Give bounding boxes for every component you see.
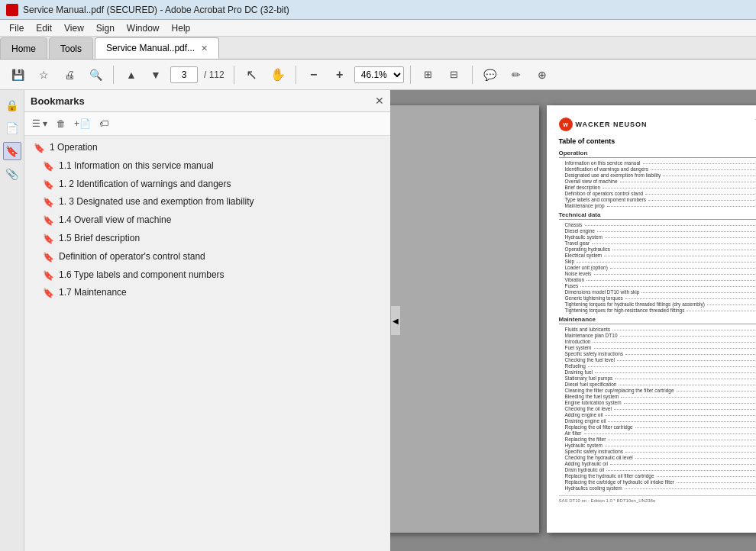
- bookmarks-list: 🔖 1 Operation 🔖 1.1 Information on this …: [24, 136, 390, 551]
- footer-text: SAS DT10 en - Edition 1.0 * BDT10en_UN23…: [559, 498, 656, 503]
- bookmark-delete-button[interactable]: 🗑: [52, 115, 70, 132]
- separator-2: [234, 66, 234, 84]
- title-bar-text: Service Manual..pdf (SECURED) - Adobe Ac…: [23, 5, 289, 15]
- toc-section-operation: Operation Information on this service ma…: [559, 150, 757, 208]
- fit-page-button[interactable]: ⊞: [417, 64, 440, 85]
- tab-home[interactable]: Home: [0, 37, 47, 59]
- doc-footer: SAS DT10 en - Edition 1.0 * BDT10en_UN23…: [559, 495, 757, 503]
- sidebar-icons: 🔒 📄 🔖 📎: [0, 90, 24, 551]
- bookmark-tag-button[interactable]: 🏷: [95, 115, 113, 132]
- zoom-in-button[interactable]: +: [328, 64, 351, 85]
- bookmark-new-button[interactable]: +📄: [73, 115, 92, 132]
- layers-icon-btn[interactable]: 📄: [3, 119, 21, 137]
- bookmarks-icon-btn[interactable]: 🔖: [3, 142, 21, 160]
- draw-button[interactable]: ✏: [505, 64, 528, 85]
- separator-3: [296, 66, 296, 84]
- menu-edit[interactable]: Edit: [30, 21, 58, 35]
- zoom-select[interactable]: 46.1% 25% 50% 75% 100%: [354, 66, 404, 83]
- bookmark-item-icon: 🔖: [43, 160, 54, 173]
- document-area: ◀ W WACKER NEUSON Table of contents Tabl…: [390, 90, 756, 551]
- sidebar-collapse-button[interactable]: ◀: [390, 305, 401, 336]
- logo-text: WACKER NEUSON: [576, 121, 648, 128]
- bookmark-1-2[interactable]: 🔖 1. 2 Identification of warnings and da…: [24, 176, 390, 194]
- bookmark-item-icon: 🔖: [43, 251, 54, 264]
- tab-close-icon[interactable]: ✕: [201, 44, 208, 53]
- comment-button[interactable]: 💬: [479, 64, 502, 85]
- wacker-logo: W WACKER NEUSON: [559, 118, 648, 131]
- toc-header: W WACKER NEUSON Table of contents: [559, 118, 757, 131]
- bookmark-item-icon: 🔖: [43, 287, 54, 300]
- bookmark-def[interactable]: 🔖 Definition of operator's control stand: [24, 248, 390, 266]
- bookmark-item-icon: 🔖: [34, 142, 45, 155]
- bookmark-add-button[interactable]: ☆: [32, 64, 55, 85]
- toc-section-maintenance: Maintenance Fluids and lubricants 3-2 Ma…: [559, 316, 757, 491]
- attachments-icon-btn[interactable]: 📎: [3, 165, 21, 183]
- menu-sign[interactable]: Sign: [90, 21, 121, 35]
- tab-tools[interactable]: Tools: [49, 37, 93, 59]
- main-content: 🔒 📄 🔖 📎 Bookmarks ✕ ☰ ▾ 🗑 +📄 🏷 🔖 1 Opera…: [0, 90, 756, 551]
- toc-main-title: Table of contents: [559, 137, 757, 145]
- bookmark-item-icon: 🔖: [43, 233, 54, 246]
- separator-4: [410, 66, 411, 84]
- menu-view[interactable]: View: [58, 21, 90, 35]
- bookmark-1-7[interactable]: 🔖 1.7 Maintenance: [24, 284, 390, 302]
- page-total: / 112: [204, 69, 225, 80]
- pdf-page-right: W WACKER NEUSON Table of contents Table …: [547, 105, 757, 533]
- toc-section-technical: Technical data Chassis 2-1 Diesel engine…: [559, 211, 757, 313]
- toc-section-header-operation: Operation: [559, 150, 757, 158]
- bookmark-item-label: 1.7 Maintenance: [59, 286, 127, 299]
- hand-tool-button[interactable]: ✋: [267, 64, 289, 85]
- bookmarks-panel: Bookmarks ✕ ☰ ▾ 🗑 +📄 🏷 🔖 1 Operation 🔖 1…: [24, 90, 390, 551]
- save-button[interactable]: 💾: [6, 64, 29, 85]
- bookmarks-header: Bookmarks ✕: [24, 90, 390, 112]
- find-button[interactable]: 🔍: [84, 64, 107, 85]
- bookmark-1-4[interactable]: 🔖 1.4 Overall view of machine: [24, 211, 390, 230]
- zoom-out-button[interactable]: −: [302, 64, 325, 85]
- bookmark-item-label: 1. 2 Identification of warnings and dang…: [59, 178, 231, 191]
- bookmark-1-6[interactable]: 🔖 1.6 Type labels and component numbers: [24, 266, 390, 285]
- two-page-button[interactable]: ⊟: [443, 64, 466, 85]
- bookmark-item-icon: 🔖: [43, 269, 54, 282]
- menu-window[interactable]: Window: [121, 21, 166, 35]
- select-tool-button[interactable]: ↖: [241, 64, 263, 85]
- menu-help[interactable]: Help: [166, 21, 197, 35]
- bookmark-1-3[interactable]: 🔖 1. 3 Designated use and exemption from…: [24, 193, 390, 211]
- menu-bar: File Edit View Sign Window Help: [0, 20, 756, 37]
- page-wrapper: W WACKER NEUSON Table of contents Table …: [390, 105, 756, 533]
- bookmark-1-5[interactable]: 🔖 1.5 Brief description: [24, 230, 390, 248]
- toc-item: Maintenance prop 1-8: [559, 202, 757, 208]
- title-bar: Service Manual..pdf (SECURED) - Adobe Ac…: [0, 0, 756, 20]
- bookmark-1-1[interactable]: 🔖 1.1 Information on this service manual: [24, 157, 390, 176]
- navigation-controls: ▲ ▼: [120, 64, 167, 85]
- tab-doc[interactable]: Service Manual..pdf... ✕: [95, 37, 219, 59]
- next-page-button[interactable]: ▼: [144, 64, 167, 85]
- prev-page-button[interactable]: ▲: [120, 64, 143, 85]
- tab-doc-label: Service Manual..pdf...: [106, 43, 195, 53]
- page-container[interactable]: W WACKER NEUSON Table of contents Table …: [390, 90, 756, 551]
- page-number-input[interactable]: 3: [170, 66, 198, 83]
- lock-icon-btn[interactable]: 🔒: [3, 96, 21, 114]
- bookmark-item-icon: 🔖: [43, 179, 54, 192]
- wacker-logo-circle: W: [559, 118, 573, 131]
- tab-bar: Home Tools Service Manual..pdf... ✕: [0, 37, 756, 60]
- tab-tools-label: Tools: [60, 44, 82, 54]
- bookmark-view-options-button[interactable]: ☰ ▾: [31, 115, 49, 132]
- bookmarks-toolbar: ☰ ▾ 🗑 +📄 🏷: [24, 112, 390, 136]
- bookmark-item-label: 1.1 Information on this service manual: [59, 160, 214, 172]
- bookmark-item-label: 1. 3 Designated use and exemption from l…: [59, 195, 254, 208]
- bookmark-item-label: Definition of operator's control stand: [59, 250, 205, 263]
- app-icon: [6, 4, 18, 16]
- more-tools-button[interactable]: ⊕: [531, 64, 554, 85]
- pdf-page-left: [390, 105, 539, 533]
- toc-section-header-technical: Technical data: [559, 211, 757, 220]
- bookmark-item-icon: 🔖: [43, 196, 54, 209]
- print-button[interactable]: 🖨: [58, 64, 81, 85]
- bookmark-item-label: 1.4 Overall view of machine: [59, 214, 171, 227]
- bookmark-item-icon: 🔖: [43, 214, 54, 227]
- toc-item: Hydraulics cooling system 3-22: [559, 485, 757, 491]
- toc-section-header-maintenance: Maintenance: [559, 316, 757, 324]
- menu-file[interactable]: File: [3, 21, 30, 35]
- bookmark-operation[interactable]: 🔖 1 Operation: [24, 139, 390, 157]
- bookmarks-title: Bookmarks: [31, 95, 85, 107]
- bookmarks-close-button[interactable]: ✕: [375, 95, 384, 107]
